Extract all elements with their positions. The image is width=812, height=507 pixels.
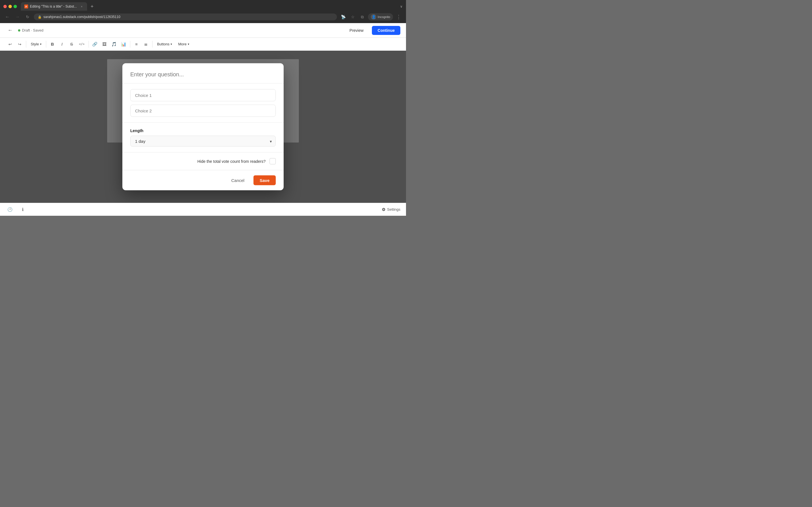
forward-nav-button[interactable]: → (13, 13, 21, 21)
link-button[interactable]: 🔗 (91, 40, 100, 49)
bold-button[interactable]: B (48, 40, 57, 49)
svg-rect-3 (26, 7, 27, 7)
active-tab[interactable]: Editing "This is a title" - Subst... × (21, 2, 87, 11)
editor-back-button[interactable]: ← (6, 26, 15, 35)
minimize-traffic-light[interactable] (8, 5, 12, 8)
audio-button[interactable]: 🎵 (110, 40, 119, 49)
cast-icon[interactable]: 📡 (339, 13, 347, 21)
settings-label: Settings (387, 207, 400, 212)
browser-menu-icon[interactable]: ⋮ (395, 13, 403, 21)
history-icon[interactable]: 🕐 (6, 205, 14, 214)
code-button[interactable]: </> (77, 40, 87, 49)
bottom-bar: 🕐 ℹ ⚙ Settings (0, 203, 406, 216)
tab-title: Editing "This is a title" - Subst... (30, 4, 77, 8)
draft-status: Draft · Saved (18, 28, 43, 33)
tab-favicon (24, 4, 28, 8)
incognito-badge: 👤 Incognito (368, 13, 393, 20)
maximize-traffic-light[interactable] (13, 5, 17, 8)
length-label: Length (130, 128, 276, 133)
modal-length-section: Length 1 day 3 days 7 days 14 days 30 da… (122, 123, 284, 153)
cancel-button[interactable]: Cancel (225, 175, 250, 185)
back-nav-button[interactable]: ← (3, 13, 11, 21)
buttons-dropdown-button[interactable]: Buttons ▾ (154, 41, 175, 47)
choice-2-input[interactable] (130, 105, 276, 117)
modal-question-section (122, 63, 284, 83)
info-icon[interactable]: ℹ (18, 205, 27, 214)
toolbar-separator-3 (89, 41, 89, 48)
redo-button[interactable]: ↪ (15, 40, 24, 49)
tab-close-button[interactable]: × (80, 4, 84, 8)
address-bar-input[interactable]: 🔒 sarahjonas1.substack.com/publish/post/… (34, 13, 337, 20)
settings-button[interactable]: ⚙ Settings (382, 207, 400, 212)
modal-choices-section (122, 83, 284, 123)
draft-status-text: Draft · Saved (22, 28, 43, 33)
hide-vote-checkbox[interactable] (269, 158, 276, 165)
italic-button[interactable]: I (57, 40, 66, 49)
draft-saved-dot (18, 29, 20, 32)
svg-rect-2 (26, 6, 27, 7)
style-dropdown-button[interactable]: Style ▾ (28, 41, 44, 47)
incognito-label: Incognito (377, 15, 390, 18)
save-button[interactable]: Save (253, 175, 276, 185)
choice-1-input[interactable] (130, 89, 276, 101)
browser-chrome: Editing "This is a title" - Subst... × +… (0, 0, 406, 23)
url-text: sarahjonas1.substack.com/publish/post/11… (43, 15, 120, 19)
toolbar-separator-5 (152, 41, 153, 48)
strikethrough-button[interactable]: S (67, 40, 76, 49)
buttons-label: Buttons (157, 42, 169, 46)
buttons-chevron-icon: ▾ (170, 43, 172, 46)
settings-gear-icon: ⚙ (382, 207, 386, 212)
modal-vote-section: Hide the total vote count from readers? (122, 153, 284, 170)
list-button[interactable]: ≣ (142, 40, 151, 49)
toolbar-separator-2 (46, 41, 46, 48)
length-select-wrapper: 1 day 3 days 7 days 14 days 30 days ▾ (130, 136, 276, 147)
more-chevron-icon: ▾ (188, 43, 189, 46)
align-left-button[interactable]: ≡ (132, 40, 141, 49)
toolbar-separator-4 (130, 41, 130, 48)
toolbar-separator-1 (26, 41, 26, 48)
incognito-avatar: 👤 (371, 14, 376, 20)
embed-button[interactable]: 📊 (119, 40, 128, 49)
traffic-lights (3, 5, 17, 8)
modal-actions: Cancel Save (122, 170, 284, 190)
bookmark-icon[interactable]: ☆ (349, 13, 357, 21)
bottom-icons: 🕐 ℹ (6, 205, 27, 214)
expand-button[interactable]: ∨ (400, 4, 403, 8)
new-tab-button[interactable]: + (88, 3, 96, 10)
more-label: More (178, 42, 187, 46)
undo-button[interactable]: ↩ (6, 40, 15, 49)
content-area: • to know ○ and be aware of stuff Text w… (0, 51, 406, 203)
more-dropdown-button[interactable]: More ▾ (175, 41, 192, 47)
length-select[interactable]: 1 day 3 days 7 days 14 days 30 days (130, 136, 276, 147)
poll-modal: Length 1 day 3 days 7 days 14 days 30 da… (122, 63, 284, 190)
style-chevron-icon: ▾ (40, 43, 42, 46)
hide-vote-label: Hide the total vote count from readers? (197, 159, 266, 164)
refresh-nav-button[interactable]: ↻ (24, 13, 32, 21)
editor-toolbar: ↩ ↪ Style ▾ B I S </> 🔗 🖼 🎵 📊 ≡ ≣ Button… (0, 38, 406, 51)
question-input[interactable] (130, 71, 276, 78)
lock-icon: 🔒 (38, 15, 42, 19)
browser-layout-icon[interactable]: ⧉ (358, 13, 366, 21)
continue-button[interactable]: Continue (372, 26, 400, 35)
close-traffic-light[interactable] (3, 5, 7, 8)
preview-button[interactable]: Preview (345, 26, 369, 35)
style-label: Style (31, 42, 39, 46)
image-button[interactable]: 🖼 (100, 40, 109, 49)
app-toolbar: ← Draft · Saved Preview Continue (0, 23, 406, 38)
